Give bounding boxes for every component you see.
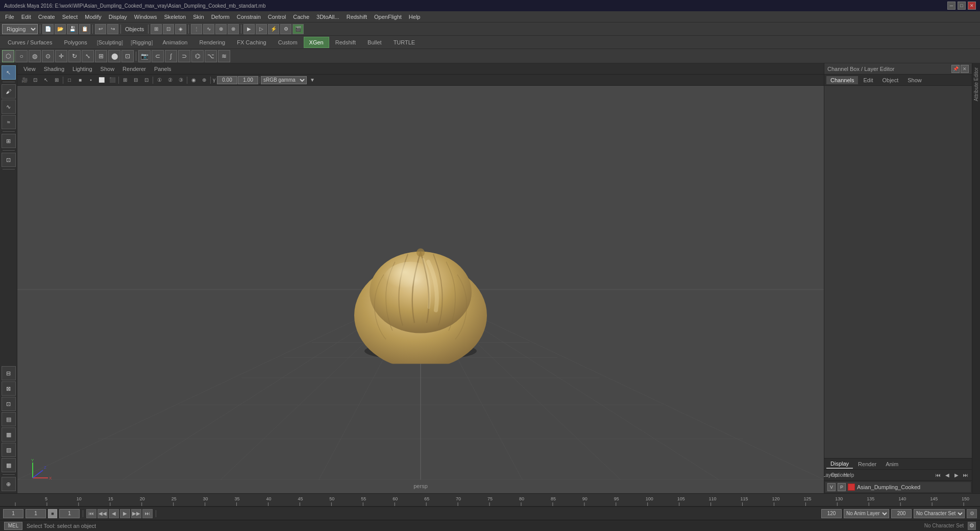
grid-icon[interactable]: ⊞ [2,134,16,148]
tick-size-input[interactable] [59,509,80,518]
blend-shape-btn[interactable]: ≋ [218,50,230,62]
tab-curves-surfaces[interactable]: Curves / Surfaces [2,37,58,48]
vp-points-btn[interactable]: ⬛ [107,76,117,85]
layout-icon-4[interactable]: ▤ [2,412,16,426]
menu-skin[interactable]: Skin [190,13,207,21]
lighting-menu[interactable]: Lighting [69,65,95,73]
menu-help[interactable]: Help [406,13,424,21]
vp-smooth-shade-btn[interactable]: ■ [75,76,85,85]
render-sequence-btn[interactable]: ▷ [256,24,267,34]
menu-skeleton[interactable]: Skeleton [161,13,189,21]
layer-nav-2[interactable]: ◀ [943,471,951,479]
move-tool-btn[interactable]: ✛ [55,50,67,62]
anim-settings-btn[interactable]: ⚙ [967,509,977,518]
select-tool-btn[interactable]: ⬡ [2,50,14,62]
vp-aa-btn[interactable]: ⊕ [199,76,209,85]
minimize-button[interactable]: ─ [947,2,955,10]
show-menu[interactable]: Show [97,65,118,73]
vp-bounding-btn[interactable]: ⬜ [96,76,107,85]
universal-manip-btn[interactable]: ⊞ [95,50,107,62]
rp-pin-btn[interactable]: 📌 [951,65,960,73]
anim-end-input[interactable] [891,509,912,518]
mel-label[interactable]: MEL [4,522,22,530]
menu-3dtoall[interactable]: 3DtoAll... [313,13,342,21]
new-file-btn[interactable]: 📄 [42,24,54,34]
save-file-btn[interactable]: 💾 [67,24,78,34]
show-manip-btn[interactable]: ⊡ [121,50,134,62]
lasso-btn[interactable]: ◍ [29,50,41,62]
tab-custom[interactable]: Custom [273,37,303,48]
menu-display[interactable]: Display [106,13,130,21]
anim-tab[interactable]: Anim [881,460,902,468]
layout-icon-1[interactable]: ⊟ [2,366,16,380]
vp-colorspace-dropdown[interactable]: sRGB gamma [261,76,307,84]
show-tab[interactable]: Show [903,76,926,84]
tab-sculpting[interactable]: Sculpting [93,37,127,48]
vp-colorspace-btn[interactable]: ▼ [307,76,317,85]
edit-tab[interactable]: Edit [859,76,877,84]
timeline-ruler[interactable]: 5101520253035404550556065707580859095100… [0,493,980,506]
rotate-tool-btn[interactable]: ↻ [68,50,81,62]
shading-menu[interactable]: Shading [41,65,67,73]
options-tab-btn[interactable]: Options [836,471,844,479]
scale-tool-btn[interactable]: ⤡ [82,50,94,62]
vp-grid-toggle-btn[interactable]: ⊞ [120,76,130,85]
menu-constrain[interactable]: Constrain [234,13,264,21]
anim-layer-dropdown[interactable]: No Anim Layer [844,509,889,518]
select-tool-2-btn[interactable]: ○ [15,50,28,62]
layout-icon-3[interactable]: ⊡ [2,397,16,411]
vp-quality-high-btn[interactable]: ③ [176,76,186,85]
layout-icon-6[interactable]: ▧ [2,443,16,457]
display-icon[interactable]: ⊡ [2,153,16,167]
snap-to-point-btn[interactable]: ⊕ [215,24,227,34]
viewport-3d[interactable]: persp X Y Z [17,86,824,493]
renderer-menu[interactable]: Renderer [119,65,149,73]
tab-turtle[interactable]: TURTLE [388,37,421,48]
tab-animation[interactable]: Animation [157,37,193,48]
char-set-dropdown[interactable]: No Character Set [914,509,965,518]
snap-to-grid-btn[interactable]: ⋮ [191,24,202,34]
dumpling-object[interactable] [329,221,512,364]
redo-btn[interactable]: ↪ [107,24,118,34]
maximize-button[interactable]: □ [958,2,966,10]
attr-editor-label[interactable]: Attribute Editor [972,65,980,103]
vp-select-btn[interactable]: ↖ [41,76,51,85]
joint-tool-btn[interactable]: ⊂ [152,50,164,62]
select-mode-icon[interactable]: ↖ [2,65,16,80]
render-settings-btn[interactable]: ⚙ [280,24,291,34]
menu-select[interactable]: Select [59,13,81,21]
step-back-btn[interactable]: ◀◀ [97,509,108,518]
layer-nav-4[interactable]: ⏭ [962,471,970,479]
timeline-start-input[interactable] [3,509,23,518]
bind-skin-btn[interactable]: ⊃ [178,50,190,62]
play-fwd-btn[interactable]: ▶▶ [131,509,141,518]
tab-rendering[interactable]: Rendering [193,37,231,48]
render-view-btn[interactable]: 🎬 [292,24,304,34]
vp-wireframe-btn[interactable]: □ [64,76,75,85]
close-button[interactable]: ✕ [968,2,976,10]
save-as-btn[interactable]: 📋 [79,24,90,34]
camera-tools-btn[interactable]: 📷 [138,50,151,62]
open-file-btn[interactable]: 📂 [55,24,66,34]
go-start-btn[interactable]: ⏮ [86,509,96,518]
help-tab-btn[interactable]: Help [845,471,853,479]
vp-display-btn[interactable]: ◉ [188,76,199,85]
layout-icon-7[interactable]: ▩ [2,458,16,472]
select-by-hierarchy-btn[interactable]: ⊞ [151,24,162,34]
go-end-btn[interactable]: ⏭ [142,509,153,518]
layer-nav-3[interactable]: ▶ [952,471,961,479]
paint-weights-btn[interactable]: ⌬ [191,50,204,62]
vp-quality-med-btn[interactable]: ② [165,76,175,85]
layout-icon-5[interactable]: ▦ [2,427,16,442]
layout-icon-2[interactable]: ⊠ [2,381,16,396]
axis-origin-icon[interactable]: ⊕ [2,477,16,491]
view-menu[interactable]: View [20,65,39,73]
smooth-icon[interactable]: ≈ [2,115,16,129]
menu-modify[interactable]: Modify [82,13,104,21]
tab-polygons[interactable]: Polygons [58,37,92,48]
range-end-input[interactable] [821,509,842,518]
play-btn[interactable]: ▶ [120,509,130,518]
select-by-face-btn[interactable]: ◈ [175,24,186,34]
vp-camera-btn[interactable]: 🎥 [19,76,30,85]
menu-openflight[interactable]: OpenFlight [371,13,405,21]
